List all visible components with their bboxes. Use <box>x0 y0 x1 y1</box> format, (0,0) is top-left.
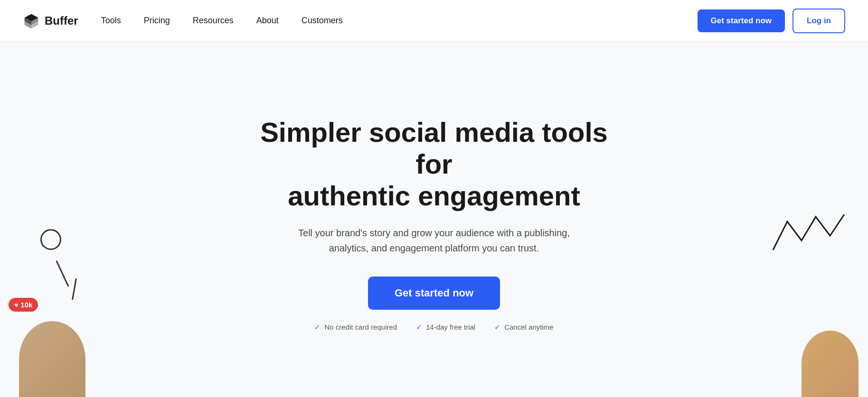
nav-get-started-button[interactable]: Get started now <box>698 9 785 32</box>
perk-free-trial: ✓ 14-day free trial <box>416 323 475 332</box>
perk-label-1: No credit card required <box>324 323 397 331</box>
hero-get-started-button[interactable]: Get started now <box>368 277 500 310</box>
person-illustration-right <box>792 326 868 397</box>
logo-text: Buffer <box>45 14 78 28</box>
check-icon-2: ✓ <box>416 323 422 332</box>
nav-link-about[interactable]: About <box>256 16 279 25</box>
deco-line2 <box>72 278 77 300</box>
nav-item-tools[interactable]: Tools <box>101 16 121 26</box>
check-icon-3: ✓ <box>494 323 500 332</box>
nav-link-resources[interactable]: Resources <box>193 16 234 25</box>
nav-left: Buffer Tools Pricing Resources About Cus… <box>23 12 343 29</box>
buffer-logo-icon <box>23 12 40 29</box>
logo-link[interactable]: Buffer <box>23 12 78 29</box>
perk-label-3: Cancel anytime <box>504 323 553 331</box>
perk-no-credit-card: ✓ No credit card required <box>314 323 397 332</box>
hero-section: ♥ 10k Simpler social media tools for aut… <box>0 42 868 397</box>
hero-subtitle: Tell your brand's story and grow your au… <box>292 225 576 256</box>
nav-right: Get started now Log in <box>698 9 845 33</box>
perk-cancel-anytime: ✓ Cancel anytime <box>494 323 553 332</box>
hero-title: Simpler social media tools for authentic… <box>244 117 624 212</box>
hero-perks: ✓ No credit card required ✓ 14-day free … <box>314 323 553 332</box>
nav-item-customers[interactable]: Customers <box>302 16 343 26</box>
deco-line1 <box>56 260 69 287</box>
nav-links: Tools Pricing Resources About Customers <box>101 16 343 26</box>
person-head-left <box>19 321 85 397</box>
nav-link-tools[interactable]: Tools <box>101 16 121 25</box>
nav-link-pricing[interactable]: Pricing <box>144 16 170 25</box>
nav-item-pricing[interactable]: Pricing <box>144 16 170 26</box>
nav-item-resources[interactable]: Resources <box>193 16 234 26</box>
deco-zigzag-right <box>768 212 854 269</box>
check-icon-1: ✓ <box>314 323 321 332</box>
nav-link-customers[interactable]: Customers <box>302 16 343 25</box>
deco-circle <box>40 229 61 250</box>
main-nav: Buffer Tools Pricing Resources About Cus… <box>0 0 868 42</box>
perk-label-2: 14-day free trial <box>426 323 475 331</box>
person-head-right <box>802 331 859 397</box>
nav-login-button[interactable]: Log in <box>793 9 845 33</box>
nav-item-about[interactable]: About <box>256 16 279 26</box>
person-illustration-left <box>0 302 95 397</box>
